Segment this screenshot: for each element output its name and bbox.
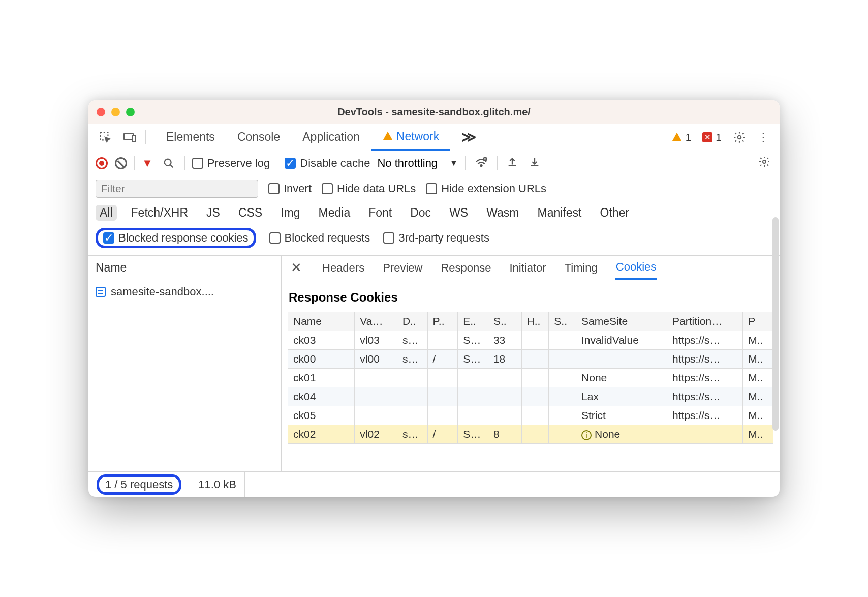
table-row[interactable]: ck03vl03s…S…33InvalidValuehttps://s…M.. [288, 331, 773, 350]
invert-label: Invert [284, 182, 312, 195]
download-har-icon[interactable] [527, 156, 542, 170]
cell-domain [397, 387, 427, 406]
table-row[interactable]: ck05Stricthttps://s…M.. [288, 406, 773, 425]
type-css[interactable]: CSS [234, 205, 266, 221]
type-other[interactable]: Other [596, 205, 633, 221]
type-media[interactable]: Media [315, 205, 355, 221]
cell-name: ck04 [288, 387, 355, 406]
cell-domain: s… [397, 331, 427, 350]
tab-application[interactable]: Application [291, 124, 371, 151]
clear-button[interactable] [115, 157, 127, 169]
type-doc[interactable]: Doc [406, 205, 435, 221]
hide-data-urls-checkbox[interactable]: Hide data URLs [322, 182, 416, 195]
type-ws[interactable]: WS [445, 205, 472, 221]
col-httponly[interactable]: H.. [521, 312, 549, 331]
cell-priority: M.. [743, 369, 773, 387]
titlebar: DevTools - samesite-sandbox.glitch.me/ [88, 100, 780, 124]
filter-toggle-icon[interactable]: ▼ [142, 157, 153, 170]
cell-samesite [576, 350, 667, 369]
table-row[interactable]: ck04Laxhttps://s…M.. [288, 387, 773, 406]
settings-gear-icon[interactable] [730, 129, 749, 146]
detail-tab-preview[interactable]: Preview [382, 256, 423, 280]
tab-network[interactable]: Network [371, 124, 450, 151]
search-icon[interactable] [160, 156, 177, 171]
blocked-response-cookies-checkbox[interactable]: ✓Blocked response cookies [103, 231, 249, 245]
col-name[interactable]: Name [288, 312, 355, 331]
kebab-menu-icon[interactable]: ⋮ [754, 128, 772, 146]
request-row[interactable]: samesite-sandbox.... [88, 280, 281, 304]
issues-error-badge[interactable]: ✕ 1 [699, 131, 725, 143]
tab-console[interactable]: Console [226, 124, 291, 151]
cell-expires: S… [458, 331, 488, 350]
tab-elements[interactable]: Elements [155, 124, 226, 151]
more-tabs-button[interactable]: ≫ [450, 124, 484, 151]
type-font[interactable]: Font [364, 205, 396, 221]
device-toggle-icon[interactable] [120, 129, 140, 145]
request-list-header[interactable]: Name [88, 256, 281, 280]
cell-priority: M.. [743, 425, 773, 444]
detail-tab-headers[interactable]: Headers [321, 256, 365, 280]
hide-extension-urls-checkbox[interactable]: Hide extension URLs [426, 182, 546, 195]
upload-har-icon[interactable] [505, 156, 520, 170]
cell-size: 18 [488, 350, 521, 369]
cell-name: ck05 [288, 406, 355, 425]
type-manifest[interactable]: Manifest [534, 205, 586, 221]
col-domain[interactable]: D.. [397, 312, 427, 331]
col-samesite[interactable]: SameSite [576, 312, 667, 331]
requests-text: 1 / 5 requests [105, 478, 173, 491]
minimize-window-button[interactable] [111, 108, 120, 116]
record-button[interactable] [96, 157, 108, 169]
cell-domain: s… [397, 350, 427, 369]
invert-checkbox[interactable]: Invert [268, 182, 312, 195]
col-size[interactable]: S.. [488, 312, 521, 331]
disable-cache-checkbox[interactable]: ✓Disable cache [285, 157, 370, 170]
type-all[interactable]: All [96, 205, 117, 221]
scrollbar[interactable] [772, 217, 779, 431]
cell-secure [549, 387, 576, 406]
svg-point-3 [738, 135, 741, 139]
detail-tab-initiator[interactable]: Initiator [508, 256, 547, 280]
panel-settings-gear-icon[interactable] [756, 156, 772, 171]
type-fetchxhr[interactable]: Fetch/XHR [127, 205, 192, 221]
table-header-row[interactable]: Name Va… D.. P.. E.. S.. H.. S.. SameSit… [288, 312, 773, 331]
table-row[interactable]: ck01Nonehttps://s…M.. [288, 369, 773, 387]
inspect-icon[interactable] [96, 129, 115, 146]
cell-priority: M.. [743, 387, 773, 406]
blocked-req-label: Blocked requests [285, 231, 370, 245]
col-expires[interactable]: E.. [458, 312, 488, 331]
cell-http [521, 406, 549, 425]
close-detail-button[interactable]: ✕ [291, 260, 305, 276]
cell-size [488, 406, 521, 425]
preserve-log-checkbox[interactable]: Preserve log [192, 157, 270, 170]
network-conditions-icon[interactable] [473, 156, 490, 170]
thirdparty-label: 3rd-party requests [398, 231, 489, 245]
type-js[interactable]: JS [202, 205, 224, 221]
throttling-select[interactable]: No throttling [377, 157, 438, 170]
blocked-cookies-label: Blocked response cookies [118, 231, 249, 245]
zoom-window-button[interactable] [126, 108, 135, 116]
third-party-requests-checkbox[interactable]: 3rd-party requests [383, 231, 489, 245]
info-icon[interactable]: i [581, 430, 592, 440]
detail-tab-timing[interactable]: Timing [564, 256, 599, 280]
detail-tab-cookies[interactable]: Cookies [615, 256, 657, 280]
type-wasm[interactable]: Wasm [482, 205, 523, 221]
col-secure[interactable]: S.. [549, 312, 576, 331]
col-priority[interactable]: P [743, 312, 773, 331]
resource-type-filter: All Fetch/XHR JS CSS Img Media Font Doc … [88, 202, 780, 224]
close-window-button[interactable] [97, 108, 105, 116]
detail-tabs: ✕ Headers Preview Response Initiator Tim… [282, 256, 780, 280]
type-img[interactable]: Img [276, 205, 304, 221]
col-value[interactable]: Va… [355, 312, 397, 331]
filter-bar: Invert Hide data URLs Hide extension URL… [88, 175, 780, 202]
col-path[interactable]: P.. [427, 312, 458, 331]
cell-size [488, 387, 521, 406]
cell-value: vl03 [355, 331, 397, 350]
table-row[interactable]: ck00vl00s…/S…18https://s…M.. [288, 350, 773, 369]
filter-input[interactable] [96, 180, 258, 198]
col-partition[interactable]: Partition… [667, 312, 743, 331]
issues-warning-badge[interactable]: 1 [668, 131, 695, 143]
table-row[interactable]: ck02vl02s…/S…8iNoneM.. [288, 425, 773, 444]
highlight-requests: 1 / 5 requests [97, 474, 181, 495]
blocked-requests-checkbox[interactable]: Blocked requests [269, 231, 370, 245]
detail-tab-response[interactable]: Response [440, 256, 492, 280]
